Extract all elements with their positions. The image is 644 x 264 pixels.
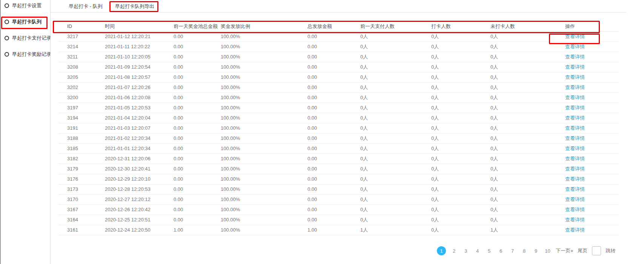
table-cell: 1人 xyxy=(490,225,565,235)
table-cell: 0.00 xyxy=(307,62,360,72)
table-cell: 3205 xyxy=(58,72,105,82)
view-details-link[interactable]: 查看详情 xyxy=(565,34,585,39)
table-cell-action: 查看详情 xyxy=(565,153,619,164)
table-cell: 0人 xyxy=(490,82,565,92)
table-cell: 0.00 xyxy=(307,184,360,194)
table-cell: 0.00 xyxy=(307,82,360,92)
table-cell: 2021-01-02 12:20:34 xyxy=(105,133,174,143)
table-cell: 3185 xyxy=(58,143,105,153)
table-cell-action: 查看详情 xyxy=(565,31,619,41)
table-cell: 2020-12-31 12:20:06 xyxy=(105,153,174,164)
table-cell: 0.00 xyxy=(307,153,360,164)
sidebar-item-checkin-rewards[interactable]: 早起打卡奖励记录 xyxy=(5,50,50,58)
table-cell: 0人 xyxy=(360,143,431,153)
table-cell-action: 查看详情 xyxy=(565,82,619,92)
table-cell: 2021-01-03 12:20:07 xyxy=(105,123,174,133)
table-cell: 0人 xyxy=(360,153,431,164)
table-cell: 0人 xyxy=(431,123,490,133)
pagination-page[interactable]: 8 xyxy=(521,248,528,254)
table-cell: 3194 xyxy=(58,113,105,123)
view-details-link[interactable]: 查看详情 xyxy=(565,166,585,172)
view-details-link[interactable]: 查看详情 xyxy=(565,95,585,100)
table-cell: 0.00 xyxy=(174,184,221,194)
table-row: 32142021-01-11 12:20:220.00100.00%0.000人… xyxy=(58,41,619,52)
tab-checkin-queue-export[interactable]: 早起打卡队列导出 xyxy=(111,0,158,12)
table-cell: 0人 xyxy=(431,113,490,123)
pagination-page[interactable]: 5 xyxy=(486,248,493,254)
table-cell: 2020-12-29 12:20:10 xyxy=(105,174,174,184)
table-cell: 0人 xyxy=(431,174,490,184)
view-details-link[interactable]: 查看详情 xyxy=(565,186,585,192)
table-cell: 0人 xyxy=(360,62,431,72)
table-cell: 0人 xyxy=(490,215,565,225)
table-cell: 0人 xyxy=(360,164,431,174)
table-cell: 0人 xyxy=(431,31,490,41)
page-jump-button[interactable]: 跳转 xyxy=(606,247,615,254)
table-cell: 0人 xyxy=(431,133,490,143)
view-details-link[interactable]: 查看详情 xyxy=(565,146,585,151)
pagination-next-button[interactable]: 下一页» xyxy=(556,247,573,254)
view-details-link[interactable]: 查看详情 xyxy=(565,74,585,80)
table-cell: 0人 xyxy=(431,215,490,225)
table-cell: 0人 xyxy=(490,204,565,215)
table-cell: 0.00 xyxy=(307,103,360,113)
table-cell: 3217 xyxy=(58,31,105,41)
view-details-link[interactable]: 查看详情 xyxy=(565,227,585,233)
page-jump-input[interactable] xyxy=(592,246,601,255)
pagination-page[interactable]: 3 xyxy=(462,248,469,254)
table-cell: 0人 xyxy=(431,41,490,52)
table-cell-action: 查看详情 xyxy=(565,72,619,82)
table-cell: 100.00% xyxy=(221,92,307,103)
pagination-page[interactable]: 10 xyxy=(544,248,551,254)
view-details-link[interactable]: 查看详情 xyxy=(565,176,585,182)
table-cell: 2021-01-08 12:20:57 xyxy=(105,72,174,82)
view-details-link[interactable]: 查看详情 xyxy=(565,217,585,223)
tab-checkin-queue[interactable]: 早起打卡 - 队列 xyxy=(70,0,101,12)
view-details-link[interactable]: 查看详情 xyxy=(565,125,585,131)
table-row: 32112021-01-10 12:20:050.00100.00%0.000人… xyxy=(58,52,619,62)
sidebar-item-checkin-settings[interactable]: 早起打卡设置 xyxy=(5,2,41,10)
table-row: 31732020-12-28 12:20:530.00100.00%0.000人… xyxy=(58,184,619,194)
table-row: 31882021-01-02 12:20:340.00100.00%0.000人… xyxy=(58,133,619,143)
view-details-link[interactable]: 查看详情 xyxy=(565,64,585,70)
table-cell-action: 查看详情 xyxy=(565,215,619,225)
table-cell: 2021-01-12 12:20:21 xyxy=(105,31,174,41)
pagination-page[interactable]: 4 xyxy=(474,248,481,254)
view-details-link[interactable]: 查看详情 xyxy=(565,115,585,121)
sidebar-item-checkin-queue[interactable]: 早起打卡队列 xyxy=(5,18,41,26)
sidebar: 早起打卡设置 早起打卡队列 早起打卡支付记录 早起打卡奖励记录 xyxy=(1,0,50,264)
view-details-link[interactable]: 查看详情 xyxy=(565,135,585,141)
table-cell: 0人 xyxy=(490,164,565,174)
view-details-link[interactable]: 查看详情 xyxy=(565,207,585,212)
table-cell: 100.00% xyxy=(221,225,307,235)
table-cell: 2021-01-11 12:20:22 xyxy=(105,41,174,52)
table-cell: 0人 xyxy=(431,92,490,103)
tab-bar: 早起打卡 - 队列 早起打卡队列导出 xyxy=(51,0,626,12)
table-cell: 0.00 xyxy=(174,194,221,204)
table-header-cell: 前一天支付人数 xyxy=(360,21,431,31)
view-details-link[interactable]: 查看详情 xyxy=(565,44,585,49)
pagination-current-page[interactable]: 1 xyxy=(437,246,446,255)
pagination-page[interactable]: 7 xyxy=(509,248,516,254)
sidebar-item-checkin-payments[interactable]: 早起打卡支付记录 xyxy=(5,34,50,42)
table-cell: 0.00 xyxy=(174,113,221,123)
table-cell: 0人 xyxy=(490,123,565,133)
view-details-link[interactable]: 查看详情 xyxy=(565,156,585,161)
view-details-link[interactable]: 查看详情 xyxy=(565,84,585,90)
table-cell: 0.00 xyxy=(307,31,360,41)
view-details-link[interactable]: 查看详情 xyxy=(565,196,585,202)
table-cell: 0人 xyxy=(490,143,565,153)
view-details-link[interactable]: 查看详情 xyxy=(565,105,585,111)
view-details-link[interactable]: 查看详情 xyxy=(565,54,585,60)
table-cell: 0人 xyxy=(431,103,490,113)
pagination-page[interactable]: 2 xyxy=(450,248,458,254)
sidebar-item-label: 早起打卡队列 xyxy=(12,18,41,25)
pagination-page[interactable]: 9 xyxy=(532,248,539,254)
table-cell-action: 查看详情 xyxy=(565,194,619,204)
table-cell: 0人 xyxy=(360,204,431,215)
table-cell: 2021-01-01 12:20:34 xyxy=(105,143,174,153)
pagination-last-button[interactable]: 尾页 xyxy=(578,247,587,254)
pagination-page[interactable]: 6 xyxy=(497,248,504,254)
table-row: 32172021-01-12 12:20:210.00100.00%0.000人… xyxy=(58,31,619,41)
table-cell-action: 查看详情 xyxy=(565,184,619,194)
